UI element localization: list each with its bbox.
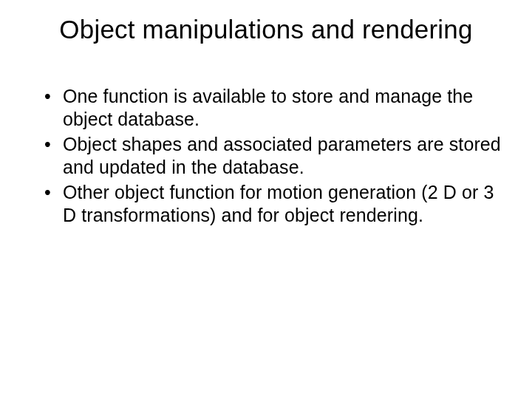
bullet-list: One function is available to store and m… [30,85,502,226]
list-item: Other object function for motion generat… [44,181,502,226]
slide-title: Object manipulations and rendering [30,15,502,44]
slide-content: Object manipulations and rendering One f… [0,0,532,399]
list-item: One function is available to store and m… [44,85,502,130]
list-item: Object shapes and associated parameters … [44,133,502,178]
